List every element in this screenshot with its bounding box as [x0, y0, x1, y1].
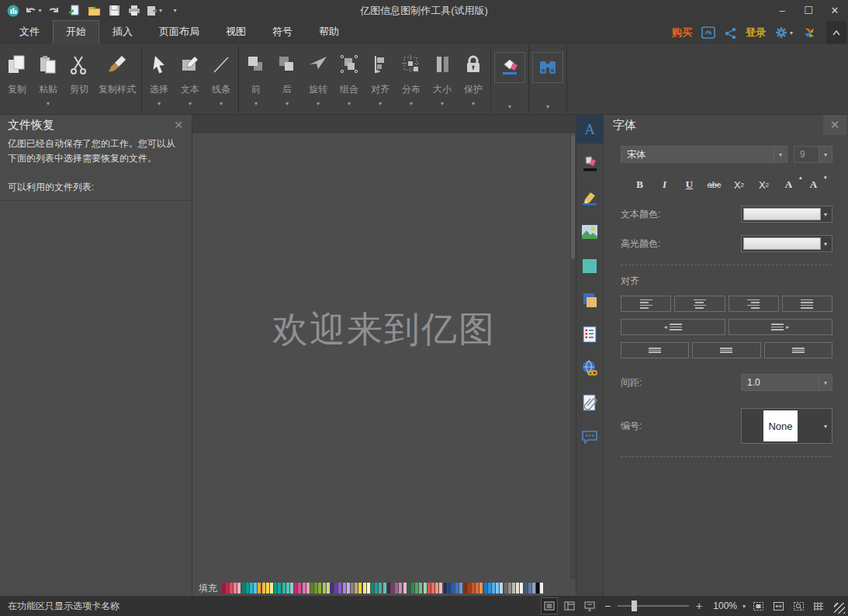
- fill-swatch[interactable]: [246, 583, 249, 594]
- fill-swatch[interactable]: [427, 583, 431, 594]
- find-dropdown-caret[interactable]: ▾: [546, 103, 549, 110]
- scrollbar-thumb[interactable]: [571, 135, 575, 259]
- fill-swatch[interactable]: [488, 583, 491, 594]
- vertical-align-bottom-button[interactable]: [764, 342, 832, 358]
- customize-toolbar-caret[interactable]: ▾: [166, 3, 183, 19]
- new-document-icon[interactable]: [65, 3, 82, 19]
- strip-attachment-tab[interactable]: [576, 388, 604, 417]
- back-dropdown-caret[interactable]: ▾: [286, 100, 289, 108]
- align-dropdown-caret[interactable]: ▾: [379, 100, 382, 108]
- fill-swatch[interactable]: [536, 583, 539, 594]
- strip-hyperlink-tab[interactable]: [576, 354, 604, 382]
- fill-swatch[interactable]: [371, 583, 374, 594]
- subscript-button[interactable]: X2: [729, 176, 749, 193]
- copy-button[interactable]: 复制: [2, 47, 33, 108]
- fill-swatch[interactable]: [318, 583, 321, 594]
- find-button[interactable]: ▾: [531, 47, 565, 110]
- fill-swatch[interactable]: [298, 583, 301, 594]
- font-family-caret[interactable]: ▾: [774, 147, 787, 162]
- vertical-align-top-button[interactable]: [621, 342, 689, 358]
- fill-swatch[interactable]: [314, 583, 317, 594]
- fill-swatch[interactable]: [411, 583, 414, 594]
- select-dropdown-caret[interactable]: ▾: [157, 100, 161, 108]
- fill-swatch[interactable]: [455, 583, 459, 594]
- decrease-font-button[interactable]: A: [804, 176, 824, 193]
- fill-swatch[interactable]: [282, 583, 286, 594]
- theme-dropdown-caret[interactable]: ▾: [508, 103, 511, 110]
- tab-help[interactable]: 帮助: [306, 20, 352, 44]
- app-logo-icon[interactable]: [5, 3, 22, 19]
- spacing-caret[interactable]: ▾: [819, 375, 832, 390]
- fill-swatch[interactable]: [331, 583, 334, 594]
- fill-swatch[interactable]: [358, 583, 362, 594]
- fill-swatch[interactable]: [532, 583, 535, 594]
- fill-swatch[interactable]: [343, 583, 346, 594]
- close-button[interactable]: ✕: [822, 0, 848, 21]
- group-dropdown-caret[interactable]: ▾: [348, 100, 351, 108]
- size-button[interactable]: 大小 ▾: [427, 47, 458, 108]
- text-dropdown-caret[interactable]: ▾: [189, 100, 192, 108]
- fill-swatch[interactable]: [424, 583, 427, 594]
- file-recovery-close-icon[interactable]: ✕: [170, 117, 187, 133]
- settings-gear-icon[interactable]: ▾: [775, 26, 793, 40]
- fill-swatch[interactable]: [278, 583, 281, 594]
- align-center-button[interactable]: [674, 296, 725, 312]
- highlight-color-caret[interactable]: ▾: [821, 241, 830, 247]
- line-tool-button[interactable]: 线条 ▾: [206, 47, 237, 108]
- fill-swatch[interactable]: [459, 583, 462, 594]
- superscript-button[interactable]: X2: [754, 176, 774, 193]
- fill-swatch[interactable]: [448, 583, 451, 594]
- protect-button[interactable]: 保护 ▾: [458, 47, 489, 108]
- fill-swatch[interactable]: [226, 583, 229, 594]
- fill-swatch[interactable]: [540, 583, 543, 594]
- align-right-button[interactable]: [729, 296, 779, 312]
- font-panel-close-icon[interactable]: ✕: [823, 115, 846, 135]
- export-image-icon[interactable]: [701, 26, 715, 39]
- export-dropdown-caret[interactable]: ▾: [159, 7, 162, 14]
- strip-image-tab[interactable]: [576, 217, 604, 246]
- fill-swatch[interactable]: [290, 583, 293, 594]
- fill-swatch[interactable]: [496, 583, 499, 594]
- fill-swatch[interactable]: [484, 583, 487, 594]
- fill-swatch[interactable]: [472, 583, 475, 594]
- front-dropdown-caret[interactable]: ▾: [254, 100, 258, 108]
- fill-swatch[interactable]: [274, 583, 277, 594]
- grid-toggle-button[interactable]: [811, 598, 826, 614]
- zoom-in-button[interactable]: +: [694, 600, 704, 612]
- rotate-dropdown-caret[interactable]: ▾: [317, 100, 320, 108]
- fill-swatch[interactable]: [476, 583, 479, 594]
- text-color-picker[interactable]: ▾: [741, 206, 832, 223]
- zoom-out-button[interactable]: −: [602, 600, 613, 612]
- size-dropdown-caret[interactable]: ▾: [441, 100, 444, 108]
- fill-swatch[interactable]: [254, 583, 257, 594]
- bold-button[interactable]: B: [630, 176, 650, 193]
- align-justify-button[interactable]: [782, 296, 832, 312]
- fill-swatch[interactable]: [431, 583, 434, 594]
- numbering-caret[interactable]: ▾: [819, 423, 832, 430]
- zoom-slider[interactable]: [618, 598, 689, 614]
- theme-fill-button[interactable]: ▾: [493, 47, 527, 110]
- fill-swatch[interactable]: [407, 583, 410, 594]
- fill-swatch[interactable]: [524, 583, 528, 594]
- tab-insert[interactable]: 插入: [99, 20, 146, 44]
- fill-swatch[interactable]: [355, 583, 358, 594]
- open-file-icon[interactable]: [85, 3, 102, 19]
- strikethrough-button[interactable]: abc: [704, 176, 725, 193]
- maximize-button[interactable]: ☐: [795, 0, 822, 21]
- align-left-button[interactable]: [621, 296, 671, 312]
- tab-view[interactable]: 视图: [213, 20, 259, 44]
- fill-swatch[interactable]: [395, 583, 398, 594]
- fill-swatch[interactable]: [338, 583, 341, 594]
- normal-view-button[interactable]: [542, 598, 557, 614]
- fill-swatch[interactable]: [230, 583, 233, 594]
- font-family-select[interactable]: 宋体 ▾: [621, 146, 787, 163]
- strip-layers-tab[interactable]: [576, 286, 604, 314]
- fill-swatch[interactable]: [415, 583, 418, 594]
- increase-font-button[interactable]: A: [779, 176, 799, 193]
- fit-width-button[interactable]: [770, 598, 786, 614]
- fill-swatch[interactable]: [303, 583, 306, 594]
- tab-home[interactable]: 开始: [53, 20, 99, 44]
- tab-symbols[interactable]: 符号: [259, 20, 306, 44]
- buy-link[interactable]: 购买: [672, 26, 692, 40]
- fill-swatch[interactable]: [266, 583, 269, 594]
